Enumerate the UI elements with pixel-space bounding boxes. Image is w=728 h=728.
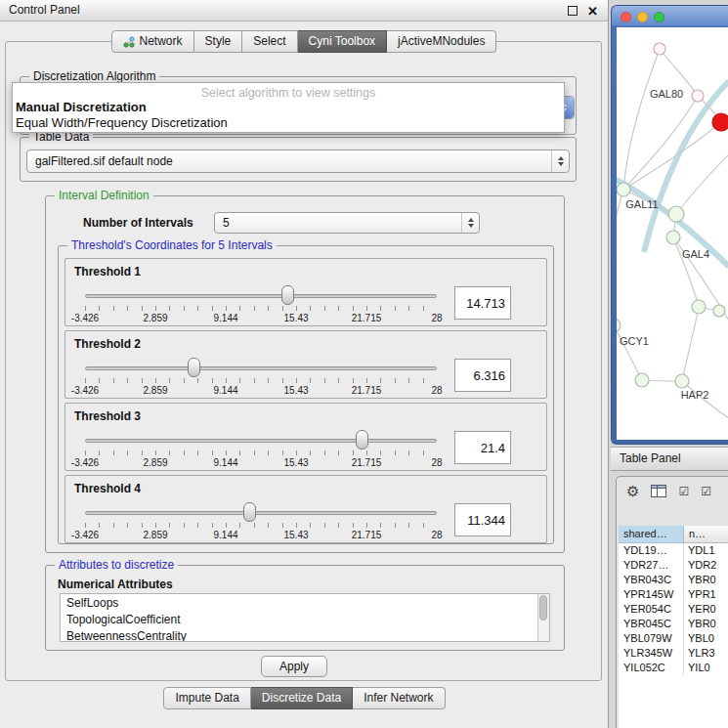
tab-label: Style [205,31,232,52]
apply-button[interactable]: Apply [261,656,327,677]
tab-impute-data[interactable]: Impute Data [163,687,250,709]
tick-label: 9.144 [213,530,237,540]
slider-track[interactable] [85,511,437,515]
threshold-slider[interactable]: -3.4262.8599.14415.4321.71528 [85,284,437,323]
dropdown-option-equal-width-frequency[interactable]: Equal Width/Frequency Discretization [13,115,564,131]
tab-label: Infer Network [364,688,433,708]
tick-label: -3.426 [71,313,99,323]
tab-cyni-toolbox[interactable]: Cyni Toolbox [298,30,387,53]
combobox-value: 5 [215,216,461,230]
table-row[interactable]: YLR345WYLR3 [619,646,728,661]
table-row[interactable]: YIL052CYIL0 [619,661,728,675]
attribute-list-item[interactable]: TopologicalCoefficient [61,612,537,628]
attribute-list-item[interactable]: BetweennessCentrality [61,628,537,642]
slider-ticks [85,450,437,455]
close-icon[interactable]: ✕ [587,5,598,18]
slider-thumb[interactable] [243,502,256,522]
gear-icon[interactable]: ⚙ [626,484,639,498]
threshold-value[interactable]: 6.316 [454,359,511,392]
table-row[interactable]: YBL079WYBL0 [619,631,728,646]
network-node[interactable] [692,90,704,102]
column-header-shared-name[interactable]: shared… [619,526,684,543]
scale-labels: -3.4262.8599.14415.4321.71528 [85,313,437,324]
tab-label: Impute Data [175,688,238,708]
titlebar[interactable]: Control Panel ✕ [0,0,608,21]
table-row[interactable]: YPR145WYPR1 [619,587,728,602]
numerical-attributes-list[interactable]: SelfLoopsTopologicalCoefficientBetweenne… [60,593,550,642]
thresholds-container: Threshold 1 -3.4262.8599.14415.4321.7152… [64,258,547,547]
list-items: SelfLoopsTopologicalCoefficientBetweenne… [61,595,537,642]
table-toolbar: ⚙ ☑ ☑ [626,484,711,498]
zoom-traffic-light[interactable] [654,12,664,22]
table-cell-shared-name: YLR345W [619,646,684,661]
network-node[interactable] [666,231,680,244]
slider-thumb[interactable] [188,358,200,377]
threshold-value[interactable]: 21.4 [454,431,511,464]
network-node[interactable] [617,319,621,332]
float-window-icon[interactable] [568,6,578,16]
tick-label: 15.43 [283,385,308,396]
tab-network[interactable]: Network [111,30,194,53]
tab-discretize-data[interactable]: Discretize Data [251,687,353,709]
table-data-combobox[interactable]: galFiltered.sif default node [26,150,570,173]
slider-thumb[interactable] [356,430,368,450]
network-node[interactable] [668,206,684,222]
slider-track[interactable] [85,439,437,443]
tab-infer-network[interactable]: Infer Network [353,687,445,709]
number-of-intervals-combobox[interactable]: 5 [214,212,480,234]
checkbox-icon[interactable]: ☑ [701,486,711,497]
minimize-traffic-light[interactable] [637,12,648,22]
scrollbar[interactable] [537,594,549,641]
tab-jactivemnodules[interactable]: jActiveMNodules [387,30,496,53]
tick-label: 9.144 [213,313,237,323]
table-data-group: Table Data galFiltered.sif default node [20,137,577,182]
table-row[interactable]: YER054CYER0 [619,602,728,617]
network-node[interactable] [713,305,725,317]
tab-select[interactable]: Select [242,30,297,53]
group-title: Threshold's Coordinates for 5 Intervals [67,238,277,252]
number-of-intervals-label: Number of Intervals [83,216,193,230]
combo-stepper-icon [461,213,479,233]
table-cell-shared-name: YER054C [619,602,684,617]
network-node[interactable] [692,300,706,314]
network-node[interactable] [675,374,689,388]
scrollbar-thumb[interactable] [539,595,547,621]
network-node[interactable] [654,43,665,55]
network-canvas[interactable]: GAL80 GAL11 GAL4 GCY1 HAP2 [617,27,728,440]
table-panel-titlebar[interactable]: Table Panel [611,447,728,471]
tick-label: 28 [431,530,442,540]
thresholds-group: Threshold's Coordinates for 5 Intervals … [58,245,554,544]
slider-track[interactable] [85,294,437,298]
network-node[interactable] [617,183,630,196]
close-traffic-light[interactable] [621,12,631,22]
threshold-slider[interactable]: -3.4262.8599.14415.4321.71528 [85,357,437,396]
threshold-label: Threshold 4 [74,482,141,495]
threshold-slider[interactable]: -3.4262.8599.14415.4321.71528 [85,429,437,468]
table-cell-name: YBR0 [684,573,728,587]
threshold-value[interactable]: 14.713 [454,286,511,320]
dropdown-option-manual-discretization[interactable]: Manual Discretization [13,100,564,115]
column-browser-icon[interactable] [651,485,666,497]
network-edge [682,307,699,381]
tab-style[interactable]: Style [194,30,243,53]
tick-label: 21.715 [352,385,382,396]
table-cell-shared-name: YBR045C [619,617,684,631]
network-node-selected[interactable] [712,113,728,131]
attribute-list-item[interactable]: SelfLoops [61,595,537,612]
threshold-slider[interactable]: -3.4262.8599.14415.4321.71528 [85,501,437,540]
table-row[interactable]: YBR045CYBR0 [619,617,728,631]
threshold-value[interactable]: 11.344 [454,503,511,536]
table-row[interactable]: YBR043CYBR0 [619,573,728,587]
checkbox-icon[interactable]: ☑ [678,486,689,497]
tab-label: Cyni Toolbox [309,31,375,52]
network-node[interactable] [635,373,649,387]
slider-thumb[interactable] [281,285,294,305]
table-row[interactable]: YDL19…YDL1 [619,543,728,558]
slider-track[interactable] [85,366,437,370]
network-view-window[interactable]: GAL80 GAL11 GAL4 GCY1 HAP2 [611,5,728,445]
scale-labels: -3.4262.8599.14415.4321.71528 [85,530,437,541]
table-cell-name: YBR0 [684,617,728,631]
tick-label: -3.426 [71,385,99,396]
column-header-name[interactable]: n… [684,526,728,543]
table-row[interactable]: YDR27…YDR2 [619,558,728,573]
